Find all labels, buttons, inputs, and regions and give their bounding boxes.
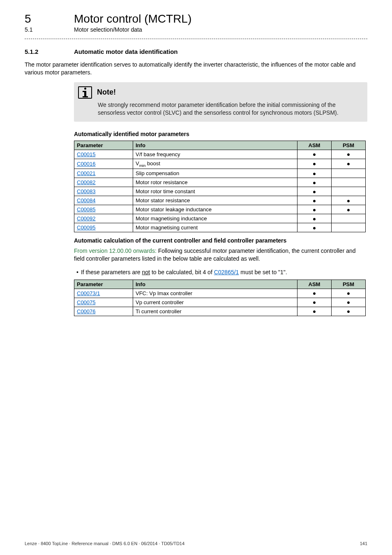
asm-cell: ● (297, 150, 332, 159)
info-cell: Motor stator leakage inductance (133, 205, 297, 214)
parameter-link[interactable]: C00075 (77, 299, 96, 305)
version-prefix: From version 12.00.00 onwards: (74, 247, 157, 254)
table-row: C00073/1VFC: Vp Imax controller●● (74, 289, 366, 298)
psm-cell (332, 178, 366, 187)
info-cell: V/f base frequency (133, 150, 297, 159)
asm-cell: ● (297, 205, 332, 214)
info-cell: Vmin boost (133, 159, 297, 169)
parameter-link[interactable]: C00073/1 (77, 290, 100, 296)
chapter-title: Motor control (MCTRL) (74, 12, 191, 25)
psm-cell (332, 169, 366, 178)
th-parameter: Parameter (74, 141, 133, 150)
section-number: 5.1 (25, 26, 58, 33)
psm-cell: ● (332, 150, 366, 159)
chapter-number: 5 (25, 12, 58, 25)
psm-cell (332, 223, 366, 232)
asm-cell: ● (297, 196, 332, 205)
parameters-table-b: Parameter Info ASM PSM C00073/1VFC: Vp I… (74, 280, 366, 316)
table-row: C00084Motor stator resistance●● (74, 196, 366, 205)
table-row: C00016Vmin boost●● (74, 159, 366, 169)
note-title: Note! (97, 88, 116, 97)
info-cell: Motor rotor time constant (133, 187, 297, 196)
parameter-link[interactable]: C00083 (77, 188, 96, 194)
parameter-link[interactable]: C00021 (77, 170, 96, 176)
info-cell: Motor stator resistance (133, 196, 297, 205)
parameter-link[interactable]: C00082 (77, 179, 96, 185)
asm-cell: ● (297, 178, 332, 187)
footer-left: Lenze · 8400 TopLine · Reference manual … (25, 541, 184, 546)
subsection-title: Automatic motor data identification (74, 48, 178, 55)
bullet-text-post: must be set to "1". (239, 269, 287, 275)
th-info: Info (133, 141, 297, 150)
asm-cell: ● (297, 298, 332, 307)
th-asm: ASM (297, 141, 332, 150)
asm-cell: ● (297, 187, 332, 196)
asm-cell: ● (297, 159, 332, 169)
psm-cell: ● (332, 289, 366, 298)
table-b-heading: Automatic calculation of the current con… (74, 237, 366, 244)
bullet-text-mid: to be calculated, bit 4 of (150, 269, 214, 275)
table-row: C00021Slip compensation● (74, 169, 366, 178)
parameter-link[interactable]: C00095 (77, 224, 96, 231)
info-cell: Motor rotor resistance (133, 178, 297, 187)
parameter-link[interactable]: C00084 (77, 197, 96, 204)
table-row: C00092Motor magnetising inductance● (74, 214, 366, 223)
psm-cell: ● (332, 298, 366, 307)
bullet-text-pre: If these parameters are (81, 269, 142, 275)
info-cell: Motor magnetising inductance (133, 214, 297, 223)
section-b-lead: From version 12.00.00 onwards: Following… (74, 247, 366, 263)
table-row: C00075Vp current controller●● (74, 298, 366, 307)
asm-cell: ● (297, 307, 332, 316)
info-cell: Slip compensation (133, 169, 297, 178)
asm-cell: ● (297, 214, 332, 223)
bullet-item: • If these parameters are not to be calc… (76, 268, 366, 276)
th-info: Info (133, 280, 297, 289)
parameter-link[interactable]: C00092 (77, 215, 96, 222)
psm-cell: ● (332, 159, 366, 169)
info-icon (78, 86, 92, 99)
th-parameter: Parameter (74, 280, 133, 289)
parameter-link[interactable]: C00016 (77, 161, 96, 167)
th-asm: ASM (297, 280, 332, 289)
info-cell: VFC: Vp Imax controller (133, 289, 297, 298)
table-row: C00015V/f base frequency●● (74, 150, 366, 159)
psm-cell: ● (332, 307, 366, 316)
parameter-link[interactable]: C00085 (77, 206, 96, 213)
bullet-text-not: not (142, 269, 150, 275)
parameter-link[interactable]: C00076 (77, 308, 96, 314)
table-row: C00082Motor rotor resistance● (74, 178, 366, 187)
table-row: C00076Ti current controller●● (74, 307, 366, 316)
code-link[interactable]: C02865/1 (214, 269, 239, 275)
table-row: C00095Motor magnetising current● (74, 223, 366, 232)
note-box: Note! We strongly recommend motor parame… (74, 82, 367, 122)
th-psm: PSM (332, 280, 366, 289)
parameters-table-a: Parameter Info ASM PSM C00015V/f base fr… (74, 141, 366, 233)
asm-cell: ● (297, 223, 332, 232)
psm-cell (332, 214, 366, 223)
asm-cell: ● (297, 289, 332, 298)
subsection-number: 5.1.2 (25, 48, 58, 55)
table-row: C00083Motor rotor time constant● (74, 187, 366, 196)
intro-paragraph: The motor parameter identification serve… (25, 61, 367, 76)
asm-cell: ● (297, 169, 332, 178)
table-row: C00085Motor stator leakage inductance●● (74, 205, 366, 214)
section-title: Motor selection/Motor data (74, 26, 142, 33)
psm-cell: ● (332, 196, 366, 205)
psm-cell: ● (332, 205, 366, 214)
parameter-link[interactable]: C00015 (77, 151, 96, 157)
info-cell: Motor magnetising current (133, 223, 297, 232)
bullet-glyph: • (76, 268, 78, 276)
separator-rule (25, 39, 367, 39)
table-a-heading: Automatically identified motor parameter… (74, 131, 366, 137)
note-text: We strongly recommend motor parameter id… (98, 101, 360, 117)
th-psm: PSM (332, 141, 366, 150)
psm-cell (332, 187, 366, 196)
info-cell: Ti current controller (133, 307, 297, 316)
info-cell: Vp current controller (133, 298, 297, 307)
footer-page-number: 141 (360, 541, 367, 546)
